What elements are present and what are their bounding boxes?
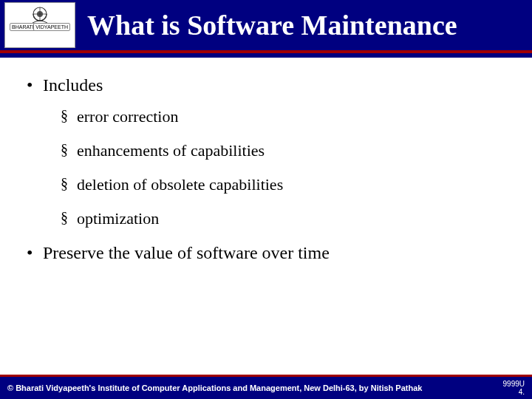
bullet-list: Includes error correction enhancements o…: [27, 75, 505, 263]
sub-bullet-item: error correction: [61, 107, 505, 126]
footer-right-bottom: 4.: [503, 388, 525, 396]
sub-bullet-list: error correction enhancements of capabil…: [61, 107, 505, 228]
footer-right: 9999U 4.: [503, 380, 525, 396]
bullet-text: Preserve the value of software over time: [43, 243, 330, 262]
logo: BHARATI VIDYAPEETH: [4, 2, 75, 48]
slide-body: Includes error correction enhancements o…: [0, 58, 532, 399]
logo-label-right: VIDYAPEETH: [33, 23, 70, 31]
sub-bullet-item: deletion of obsolete capabilities: [61, 175, 505, 194]
footer-copyright: © Bharati Vidyapeeth's Institute of Comp…: [7, 383, 422, 392]
bullet-text: Includes: [43, 75, 103, 95]
bullet-item: Preserve the value of software over time: [27, 243, 505, 263]
footer-band: © Bharati Vidyapeeth's Institute of Comp…: [0, 377, 532, 399]
logo-label-left: BHARATI: [10, 23, 36, 31]
logo-inner: BHARATI VIDYAPEETH: [9, 5, 71, 45]
footer-right-top: 9999U: [503, 380, 525, 388]
bullet-item: Includes error correction enhancements o…: [27, 75, 505, 228]
sub-bullet-item: optimization: [61, 209, 505, 228]
slide: BHARATI VIDYAPEETH What is Software Main…: [0, 0, 532, 399]
slide-title: What is Software Maintenance: [87, 9, 457, 41]
sub-bullet-item: enhancements of capabilities: [61, 141, 505, 160]
header-band: BHARATI VIDYAPEETH What is Software Main…: [0, 0, 532, 50]
